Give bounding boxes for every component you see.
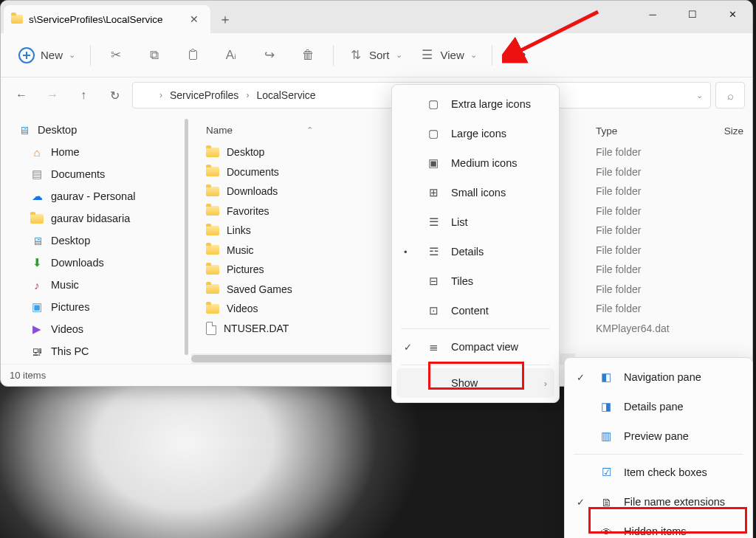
sidebar-item-desktop[interactable]: 🖥︎Desktop — [1, 119, 191, 141]
minimize-button[interactable]: ─ — [633, 1, 673, 27]
column-header-type[interactable]: Type — [596, 125, 617, 137]
active-tab[interactable]: s\ServiceProfiles\LocalService ✕ — [4, 5, 210, 33]
sidebar-label: Videos — [51, 323, 83, 335]
chevron-down-icon: ⌄ — [470, 50, 477, 60]
file-row[interactable]: Favorites — [206, 201, 371, 221]
menu-label: Details pane — [624, 401, 684, 413]
sidebar-item-user[interactable]: gaurav bidasaria — [1, 207, 191, 230]
sidebar-item-documents[interactable]: ▤Documents — [1, 163, 191, 185]
chevron-down-icon: ⌄ — [396, 50, 402, 60]
sidebar-label: gaurav bidasaria — [51, 213, 130, 224]
search-icon: ⌕ — [727, 89, 734, 102]
sidebar-item-downloads[interactable]: ⬇Downloads — [1, 252, 191, 274]
folder-icon — [206, 206, 219, 215]
close-tab-button[interactable]: ✕ — [185, 10, 203, 28]
file-row[interactable]: Pictures — [206, 260, 371, 280]
menu-label: List — [451, 216, 468, 228]
menu-item-preview-pane[interactable]: ▥Preview pane — [569, 421, 748, 451]
menu-item-tiles[interactable]: ⊟Tiles — [396, 266, 554, 296]
folder-icon — [206, 187, 219, 196]
file-row[interactable]: Saved Games — [206, 280, 371, 300]
menu-item-medium-icons[interactable]: ▣Medium icons — [396, 148, 554, 178]
sidebar-item-desktop2[interactable]: 🖥︎Desktop — [1, 230, 191, 252]
maximize-button[interactable]: ☐ — [673, 1, 712, 27]
menu-item-show[interactable]: Show› — [396, 368, 554, 398]
download-icon: ⬇ — [30, 256, 44, 269]
chevron-down-icon[interactable]: ⌄ — [696, 91, 703, 100]
checkbox-icon: ☑ — [599, 466, 614, 479]
file-icon: 🗎 — [599, 496, 614, 508]
search-box[interactable]: ⌕ — [715, 82, 745, 108]
menu-item-extra-large-icons[interactable]: ▢Extra large icons — [396, 89, 554, 119]
sidebar-item-music[interactable]: ♪Music — [1, 274, 191, 296]
file-row[interactable]: Downloads — [206, 182, 371, 201]
up-button[interactable]: ↑ — [70, 82, 97, 108]
new-label: New — [41, 49, 63, 61]
tab-title: s\ServiceProfiles\LocalService — [29, 14, 163, 25]
menu-item-list[interactable]: ☰List — [396, 207, 554, 237]
close-window-button[interactable]: ✕ — [712, 1, 752, 27]
copy-button[interactable]: ⧉ — [137, 41, 172, 70]
file-row[interactable]: Desktop — [206, 142, 371, 162]
menu-item-compact-view[interactable]: ✓≣Compact view — [396, 332, 554, 362]
forward-button[interactable]: → — [39, 82, 66, 108]
file-type: File folder — [596, 162, 743, 182]
file-row[interactable]: Documents — [206, 162, 371, 182]
new-tab-button[interactable]: ＋ — [210, 5, 240, 33]
file-type: File folder — [596, 241, 743, 261]
address-bar: ← → ↑ ↻ › ServiceProfiles › LocalService… — [1, 77, 752, 113]
paste-button[interactable]: 📋︎ — [175, 41, 210, 70]
menu-item-content[interactable]: ⊡Content — [396, 296, 554, 325]
file-row[interactable]: Videos — [206, 299, 371, 319]
menu-item-large-icons[interactable]: ▢Large icons — [396, 119, 554, 148]
refresh-button[interactable]: ↻ — [101, 82, 128, 108]
file-row[interactable]: Music — [206, 241, 371, 261]
file-row[interactable]: Links — [206, 221, 371, 241]
view-icon: ☰ — [420, 48, 435, 63]
view-label: View — [441, 49, 464, 61]
sort-label: Sort — [369, 49, 390, 61]
file-name: Downloads — [227, 185, 278, 197]
rename-button[interactable]: Aᵢ — [213, 41, 249, 70]
menu-label: Show — [451, 377, 478, 389]
scrollbar[interactable] — [185, 119, 188, 355]
column-header-name[interactable]: Name⌃ — [206, 119, 371, 142]
menu-item-small-icons[interactable]: ⊞Small icons — [396, 178, 554, 207]
breadcrumb-segment[interactable]: ServiceProfiles — [170, 89, 238, 101]
sidebar-item-home[interactable]: ⌂Home — [1, 141, 191, 163]
sidebar-label: Desktop — [51, 235, 90, 246]
breadcrumb-segment[interactable]: LocalService — [256, 89, 315, 101]
delete-button[interactable]: 🗑︎ — [290, 41, 326, 70]
file-name: Links — [227, 224, 251, 236]
menu-item-navigation-pane[interactable]: ✓◧Navigation pane — [569, 362, 748, 392]
menu-item-details[interactable]: •☲Details — [396, 237, 554, 266]
sidebar-item-onedrive[interactable]: ☁gaurav - Personal — [1, 185, 191, 207]
cut-button[interactable]: ✂ — [98, 41, 134, 70]
sort-asc-icon: ⌃ — [306, 125, 313, 135]
sidebar-item-thispc[interactable]: 🖳This PC — [1, 340, 191, 362]
home-icon: ⌂ — [30, 145, 44, 159]
sidebar-item-videos[interactable]: ▶Videos — [1, 318, 191, 340]
share-icon: ↪ — [262, 48, 277, 63]
list-icon: ☰ — [426, 215, 441, 229]
column-header-size[interactable]: Size — [724, 125, 743, 137]
file-type: File folder — [596, 201, 743, 221]
sort-button[interactable]: ⇅ Sort ⌄ — [341, 41, 410, 70]
content-area: 🖥︎Desktop ⌂Home ▤Documents ☁gaurav - Per… — [1, 113, 752, 364]
name-column: Name⌃ Desktop Documents Downloads Favori… — [191, 113, 379, 364]
menu-label: Small icons — [451, 187, 506, 199]
view-button[interactable]: ☰ View ⌄ — [413, 41, 484, 70]
folder-icon — [206, 284, 219, 294]
menu-item-item-check-boxes[interactable]: ☑Item check boxes — [569, 458, 748, 487]
clipboard-icon: 📋︎ — [185, 48, 200, 63]
sidebar-item-pictures[interactable]: ▣Pictures — [1, 296, 191, 318]
menu-item-details-pane[interactable]: ◨Details pane — [569, 392, 748, 421]
file-row[interactable]: NTUSER.DAT — [206, 319, 371, 339]
share-button[interactable]: ↪ — [252, 41, 287, 70]
menu-item-hidden-items[interactable]: 👁︎Hidden items — [569, 517, 748, 538]
back-button[interactable]: ← — [8, 82, 35, 108]
menu-label: Preview pane — [624, 430, 689, 442]
menu-item-file-name-extensions[interactable]: ✓🗎File name extensions — [569, 487, 748, 517]
chevron-right-icon: › — [246, 90, 249, 100]
new-button[interactable]: New ⌄ — [11, 41, 83, 70]
